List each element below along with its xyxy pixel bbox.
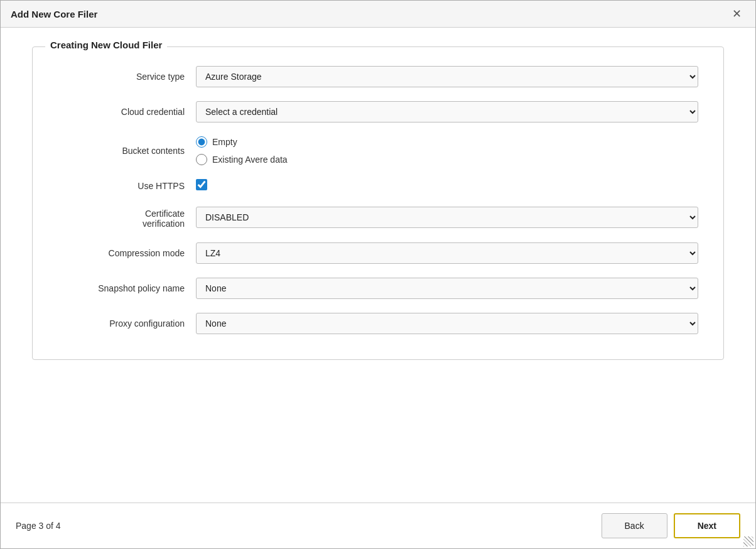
- bucket-contents-empty-radio[interactable]: [196, 136, 207, 148]
- proxy-config-control: None: [196, 313, 698, 334]
- dialog-body: Creating New Cloud Filer Service type Az…: [1, 28, 755, 503]
- section-box: Creating New Cloud Filer Service type Az…: [32, 46, 724, 360]
- compression-mode-label: Compression mode: [58, 248, 196, 258]
- dialog-title: Add New Core Filer: [11, 9, 97, 19]
- cert-verification-row: Certificateverification DISABLED ENABLED: [58, 206, 698, 229]
- snapshot-policy-row: Snapshot policy name None: [58, 278, 698, 299]
- proxy-config-label: Proxy configuration: [58, 318, 196, 329]
- snapshot-policy-label: Snapshot policy name: [58, 283, 196, 293]
- snapshot-policy-select[interactable]: None: [196, 278, 698, 299]
- compression-mode-control: LZ4 None LZF ZLIB: [196, 242, 698, 264]
- dialog-titlebar: Add New Core Filer ✕: [1, 1, 755, 28]
- bucket-contents-existing-option[interactable]: Existing Avere data: [196, 154, 698, 165]
- service-type-label: Service type: [58, 72, 196, 82]
- cert-verification-select[interactable]: DISABLED ENABLED: [196, 207, 698, 228]
- cert-verification-label: Certificateverification: [58, 206, 196, 229]
- bucket-contents-control: Empty Existing Avere data: [196, 136, 698, 165]
- snapshot-policy-control: None: [196, 278, 698, 299]
- proxy-config-select[interactable]: None: [196, 313, 698, 334]
- page-info: Page 3 of 4: [16, 521, 61, 531]
- compression-mode-select[interactable]: LZ4 None LZF ZLIB: [196, 242, 698, 264]
- next-button[interactable]: Next: [674, 513, 740, 538]
- back-button[interactable]: Back: [602, 513, 667, 538]
- footer-buttons: Back Next: [602, 513, 740, 538]
- use-https-row: Use HTTPS: [58, 179, 698, 192]
- resize-handle: [743, 536, 753, 546]
- use-https-checkbox[interactable]: [196, 179, 207, 190]
- proxy-config-row: Proxy configuration None: [58, 313, 698, 334]
- section-title: Creating New Cloud Filer: [45, 40, 167, 50]
- use-https-control: [196, 179, 698, 192]
- bucket-contents-label: Bucket contents: [58, 146, 196, 156]
- service-type-select[interactable]: Azure Storage Amazon S3 Google Cloud Sto…: [196, 66, 698, 87]
- service-type-control: Azure Storage Amazon S3 Google Cloud Sto…: [196, 66, 698, 87]
- dialog-footer: Page 3 of 4 Back Next: [1, 503, 755, 548]
- cloud-credential-control: Select a credential: [196, 101, 698, 122]
- bucket-contents-existing-radio[interactable]: [196, 154, 207, 165]
- bucket-contents-existing-label: Existing Avere data: [212, 155, 288, 165]
- bucket-contents-empty-option[interactable]: Empty: [196, 136, 698, 148]
- cloud-credential-label: Cloud credential: [58, 107, 196, 117]
- cloud-credential-row: Cloud credential Select a credential: [58, 101, 698, 122]
- close-button[interactable]: ✕: [728, 7, 745, 21]
- add-core-filer-dialog: Add New Core Filer ✕ Creating New Cloud …: [0, 0, 756, 549]
- compression-mode-row: Compression mode LZ4 None LZF ZLIB: [58, 242, 698, 264]
- bucket-contents-row: Bucket contents Empty Existing Avere dat…: [58, 136, 698, 165]
- bucket-contents-empty-label: Empty: [212, 137, 237, 147]
- cert-verification-control: DISABLED ENABLED: [196, 207, 698, 228]
- service-type-row: Service type Azure Storage Amazon S3 Goo…: [58, 66, 698, 87]
- cloud-credential-select[interactable]: Select a credential: [196, 101, 698, 122]
- use-https-label: Use HTTPS: [58, 181, 196, 191]
